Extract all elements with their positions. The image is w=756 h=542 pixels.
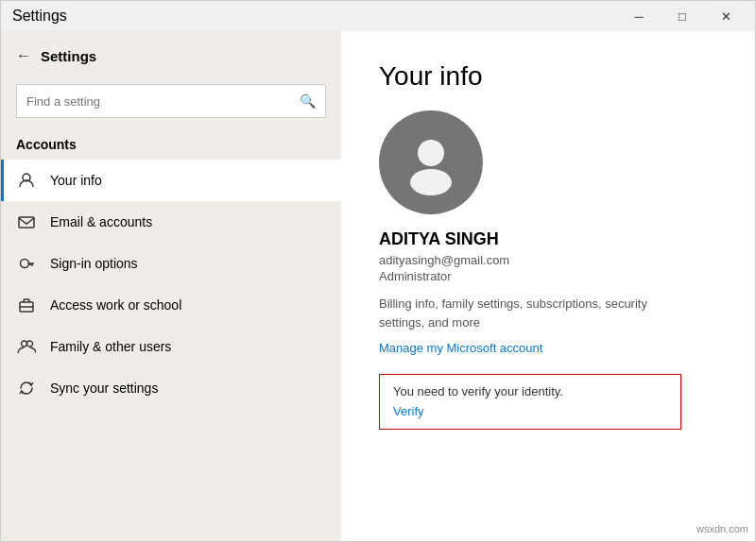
sidebar: ← Settings 🔍 Accounts Your info <box>1 31 341 541</box>
verify-text: You need to verify your identity. <box>393 384 667 398</box>
your-info-label: Your info <box>50 173 102 188</box>
signin-options-label: Sign-in options <box>50 256 138 271</box>
briefcase-icon <box>16 296 37 314</box>
sync-settings-label: Sync your settings <box>50 381 158 396</box>
sidebar-item-family-users[interactable]: Family & other users <box>1 326 341 367</box>
svg-point-11 <box>410 169 452 195</box>
avatar <box>379 110 483 214</box>
search-input[interactable] <box>26 94 300 109</box>
user-role: Administrator <box>379 269 717 283</box>
sidebar-item-email-accounts[interactable]: Email & accounts <box>1 201 341 243</box>
maximize-button[interactable]: □ <box>661 1 704 31</box>
sidebar-item-sync-settings[interactable]: Sync your settings <box>1 367 341 409</box>
manage-microsoft-account-link[interactable]: Manage my Microsoft account <box>379 341 542 355</box>
sidebar-item-access-work[interactable]: Access work or school <box>1 284 341 326</box>
svg-point-2 <box>21 260 29 268</box>
title-bar-controls: ─ □ ✕ <box>617 1 747 31</box>
app-title: Settings <box>41 48 96 64</box>
search-box[interactable]: 🔍 <box>16 84 326 118</box>
close-button[interactable]: ✕ <box>704 1 747 31</box>
content-area: ← Settings 🔍 Accounts Your info <box>1 31 755 541</box>
svg-rect-1 <box>19 217 34 228</box>
accounts-label: Accounts <box>1 129 341 160</box>
minimize-button[interactable]: ─ <box>617 1 661 31</box>
verify-identity-box: You need to verify your identity. Verify <box>379 374 681 430</box>
verify-link[interactable]: Verify <box>393 404 424 418</box>
sidebar-header: ← Settings <box>1 31 341 80</box>
main-content: Your info ADITYA SINGH adityasingh@gmail… <box>341 31 755 541</box>
svg-point-8 <box>22 341 27 347</box>
title-bar-title: Settings <box>12 8 67 25</box>
svg-point-9 <box>27 341 33 347</box>
sidebar-item-your-info[interactable]: Your info <box>1 160 341 201</box>
key-icon <box>16 254 37 273</box>
user-name: ADITYA SINGH <box>379 229 717 249</box>
access-work-label: Access work or school <box>50 297 181 313</box>
back-button[interactable]: ← <box>16 47 31 64</box>
title-bar-left: Settings <box>12 8 67 25</box>
title-bar: Settings ─ □ ✕ <box>1 1 755 31</box>
search-icon: 🔍 <box>300 93 316 109</box>
user-email: adityasingh@gmail.com <box>379 253 717 267</box>
sidebar-item-signin-options[interactable]: Sign-in options <box>1 243 341 284</box>
sync-icon <box>16 379 37 398</box>
family-users-label: Family & other users <box>50 339 171 354</box>
page-title: Your info <box>379 61 717 92</box>
people-icon <box>16 337 37 356</box>
email-accounts-label: Email & accounts <box>50 214 152 229</box>
settings-window: Settings ─ □ ✕ ← Settings 🔍 Accounts <box>0 0 756 542</box>
person-icon <box>16 171 37 190</box>
billing-info: Billing info, family settings, subscript… <box>379 295 681 331</box>
email-icon <box>16 212 37 231</box>
svg-point-10 <box>418 140 444 166</box>
